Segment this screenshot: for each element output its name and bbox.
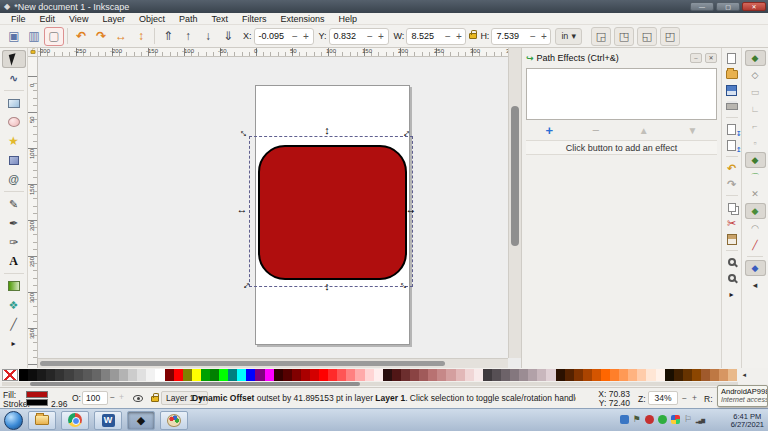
rotate-cw-button[interactable]: ↷ bbox=[91, 27, 111, 46]
x-plus-button[interactable]: + bbox=[301, 31, 312, 42]
palette-scrollbar-thumb[interactable] bbox=[30, 382, 360, 386]
palette-swatch[interactable] bbox=[574, 369, 583, 381]
palette-swatch[interactable] bbox=[692, 369, 701, 381]
mesh-tool[interactable]: ❖ bbox=[2, 296, 26, 314]
palette-swatch[interactable] bbox=[137, 369, 146, 381]
palette-swatch[interactable] bbox=[155, 369, 164, 381]
panel-close-button[interactable]: ✕ bbox=[705, 53, 717, 63]
taskbar-clock[interactable]: 6:41 PM 6/27/2021 bbox=[731, 413, 764, 429]
palette-swatch[interactable] bbox=[401, 369, 410, 381]
palette-swatch[interactable] bbox=[446, 369, 455, 381]
lock-ratio-icon[interactable] bbox=[469, 33, 477, 39]
palette-swatch[interactable] bbox=[565, 369, 574, 381]
height-field[interactable]: 7.539 − + bbox=[491, 28, 551, 45]
menu-path[interactable]: Path bbox=[172, 14, 205, 24]
zoom-minus-button[interactable]: − bbox=[682, 393, 687, 403]
taskbar-chrome-button[interactable] bbox=[61, 411, 89, 430]
pen-tool[interactable]: ✒ bbox=[2, 214, 26, 232]
tray-drive-icon[interactable] bbox=[671, 415, 680, 424]
palette-swatch[interactable] bbox=[537, 369, 546, 381]
move-patterns-toggle[interactable]: ◰ bbox=[660, 27, 680, 46]
palette-swatch[interactable] bbox=[383, 369, 392, 381]
redo-button[interactable]: ↷ bbox=[724, 177, 740, 191]
snap-nodes-button[interactable]: ◆ bbox=[745, 152, 766, 168]
palette-swatch[interactable] bbox=[246, 369, 255, 381]
palette-swatch[interactable] bbox=[37, 369, 46, 381]
palette-swatch[interactable] bbox=[192, 369, 201, 381]
y-field[interactable]: 0.832 − + bbox=[329, 28, 389, 45]
height-plus-button[interactable]: + bbox=[538, 31, 549, 42]
snap-others-button[interactable]: ◆ bbox=[745, 260, 766, 276]
palette-swatch[interactable] bbox=[719, 369, 728, 381]
palette-swatch[interactable] bbox=[646, 369, 655, 381]
minimize-button[interactable]: — bbox=[690, 2, 714, 11]
palette-swatch[interactable] bbox=[419, 369, 428, 381]
selection-handle-left[interactable]: ↔ bbox=[237, 204, 247, 214]
snap-path-button[interactable]: ⌒ bbox=[745, 169, 766, 185]
snap-more-button[interactable]: ◂ bbox=[745, 277, 766, 293]
calligraphy-tool[interactable]: ✑ bbox=[2, 233, 26, 251]
vertical-scrollbar-thumb[interactable] bbox=[511, 106, 519, 246]
palette-swatch[interactable] bbox=[19, 369, 28, 381]
width-plus-button[interactable]: + bbox=[453, 31, 464, 42]
fill-color-swatch[interactable] bbox=[26, 391, 48, 398]
opacity-minus-button[interactable]: − bbox=[110, 392, 115, 402]
palette-swatch[interactable] bbox=[528, 369, 537, 381]
palette-swatch[interactable] bbox=[346, 369, 355, 381]
paste-button[interactable] bbox=[724, 232, 740, 246]
palette-swatch[interactable] bbox=[74, 369, 83, 381]
palette-swatch[interactable] bbox=[637, 369, 646, 381]
pencil-tool[interactable]: ✎ bbox=[2, 195, 26, 213]
palette-swatch[interactable] bbox=[674, 369, 683, 381]
palette-swatch[interactable] bbox=[628, 369, 637, 381]
import-button[interactable]: ↧ bbox=[724, 122, 740, 136]
snap-midpoint-button[interactable]: ╱ bbox=[745, 237, 766, 253]
palette-swatch[interactable] bbox=[619, 369, 628, 381]
gradient-tool[interactable] bbox=[2, 277, 26, 295]
palette-swatch[interactable] bbox=[592, 369, 601, 381]
opacity-field[interactable]: 100 bbox=[82, 391, 108, 405]
palette-swatch[interactable] bbox=[456, 369, 465, 381]
undo-button[interactable]: ↶ bbox=[724, 161, 740, 175]
unit-dropdown[interactable]: in ▾ bbox=[555, 28, 582, 45]
palette-swatch[interactable] bbox=[83, 369, 92, 381]
scale-corners-toggle[interactable]: ◳ bbox=[614, 27, 634, 46]
deselect-button[interactable]: ▢ bbox=[44, 27, 64, 46]
palette-swatch[interactable] bbox=[328, 369, 337, 381]
vertical-scrollbar[interactable] bbox=[508, 48, 521, 358]
palette-swatch[interactable] bbox=[501, 369, 510, 381]
palette-swatch[interactable] bbox=[601, 369, 610, 381]
snap-bbox-edge-button[interactable]: ▭ bbox=[745, 84, 766, 100]
lock-icon[interactable] bbox=[30, 50, 35, 54]
tray-network-icon[interactable]: ▂▄▆ bbox=[696, 417, 704, 423]
palette-swatch[interactable] bbox=[283, 369, 292, 381]
ellipse-tool[interactable] bbox=[2, 113, 26, 131]
palette-swatch[interactable] bbox=[492, 369, 501, 381]
maximize-button[interactable]: ▢ bbox=[716, 2, 740, 11]
star-tool[interactable]: ★ bbox=[2, 132, 26, 150]
palette-swatch[interactable] bbox=[583, 369, 592, 381]
horizontal-scrollbar[interactable] bbox=[38, 358, 508, 368]
print-button[interactable] bbox=[724, 99, 740, 113]
palette-swatch[interactable] bbox=[174, 369, 183, 381]
palette-swatch[interactable] bbox=[365, 369, 374, 381]
palette-swatch[interactable] bbox=[301, 369, 310, 381]
taskbar-word-button[interactable]: W bbox=[94, 411, 122, 430]
taskbar-explorer-button[interactable] bbox=[28, 411, 56, 430]
menu-text[interactable]: Text bbox=[204, 14, 235, 24]
selection-handle-top[interactable]: ↕ bbox=[322, 125, 332, 135]
scale-stroke-toggle[interactable]: ◲ bbox=[591, 27, 611, 46]
palette-swatch[interactable] bbox=[28, 369, 37, 381]
palette-swatch[interactable] bbox=[119, 369, 128, 381]
remove-effect-button[interactable]: − bbox=[592, 123, 600, 138]
text-tool[interactable]: A bbox=[2, 252, 26, 270]
palette-swatch[interactable] bbox=[656, 369, 665, 381]
lower-to-bottom-button[interactable]: ⇓ bbox=[218, 27, 238, 46]
palette-swatch[interactable] bbox=[64, 369, 73, 381]
palette-swatch[interactable] bbox=[510, 369, 519, 381]
commands-more-button[interactable]: ▸ bbox=[724, 287, 740, 301]
menu-help[interactable]: Help bbox=[331, 14, 364, 24]
palette-swatch[interactable] bbox=[201, 369, 210, 381]
new-document-button[interactable] bbox=[724, 51, 740, 65]
palette-swatch[interactable] bbox=[92, 369, 101, 381]
